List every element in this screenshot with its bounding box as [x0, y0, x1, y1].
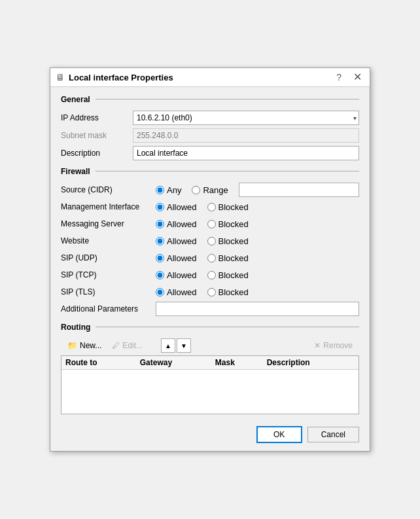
title-bar: 🖥 Local interface Properties ? ✕ — [50, 68, 370, 87]
fw-messaging-allowed-radio[interactable] — [156, 220, 164, 228]
fw-row-sipudp: SIP (UDP) Allowed Blocked — [61, 251, 359, 265]
fw-siptls-allowed-label: Allowed — [167, 287, 197, 297]
firewall-section-label: Firewall — [61, 167, 90, 176]
general-divider — [96, 99, 359, 99]
fw-siptcp-radio-group: Allowed Blocked — [156, 270, 259, 280]
help-button[interactable]: ? — [334, 73, 344, 82]
general-section: General IP Address 10.6.2.10 (eth0) ▾ Su… — [61, 95, 359, 160]
fw-messaging-allowed[interactable]: Allowed — [156, 219, 197, 229]
fw-source-range-radio[interactable] — [192, 186, 200, 194]
fw-source-range-input[interactable] — [239, 183, 359, 197]
fw-siptcp-blocked-label: Blocked — [219, 270, 249, 280]
fw-website-blocked-radio[interactable] — [207, 237, 216, 245]
fw-row-messaging: Messaging Server Allowed Blocked — [61, 217, 359, 231]
fw-siptls-label: SIP (TLS) — [61, 287, 156, 296]
title-bar-right: ? ✕ — [334, 72, 364, 82]
fw-messaging-blocked[interactable]: Blocked — [207, 219, 249, 229]
up-button[interactable]: ▲ — [161, 338, 175, 353]
subnet-mask-input — [133, 128, 359, 143]
fw-siptls-allowed[interactable]: Allowed — [156, 287, 197, 297]
fw-source-any-label: Any — [167, 185, 181, 195]
routing-section: Routing 📁 New... 🖊 Edit... ▲ — [61, 323, 359, 414]
fw-messaging-blocked-label: Blocked — [219, 219, 249, 229]
routing-table-header-row: Route to Gateway Mask Description — [61, 356, 359, 370]
fw-messaging-radio-group: Allowed Blocked — [156, 219, 259, 229]
fw-siptls-radio-group: Allowed Blocked — [156, 287, 259, 297]
down-button[interactable]: ▼ — [177, 338, 191, 353]
fw-website-allowed[interactable]: Allowed — [156, 236, 197, 246]
edit-icon: 🖊 — [112, 341, 120, 350]
fw-row-siptls: SIP (TLS) Allowed Blocked — [61, 285, 359, 299]
fw-sipudp-allowed-label: Allowed — [167, 253, 197, 263]
edit-button-label: Edit... — [122, 341, 143, 350]
fw-siptcp-allowed[interactable]: Allowed — [156, 270, 197, 280]
fw-siptcp-allowed-radio[interactable] — [156, 271, 164, 279]
fw-siptls-blocked-radio[interactable] — [207, 288, 216, 296]
fw-source-any-radio[interactable] — [156, 186, 164, 194]
new-button[interactable]: 📁 New... — [62, 339, 107, 352]
fw-siptcp-label: SIP (TCP) — [61, 270, 156, 279]
fw-website-label: Website — [61, 236, 156, 245]
fw-website-blocked[interactable]: Blocked — [207, 236, 249, 246]
ip-address-label: IP Address — [61, 113, 133, 122]
fw-website-radio-group: Allowed Blocked — [156, 236, 259, 246]
dialog-title: Local interface Properties — [69, 73, 173, 82]
description-label: Description — [61, 149, 133, 158]
fw-mgmt-blocked[interactable]: Blocked — [207, 202, 249, 212]
close-button[interactable]: ✕ — [351, 72, 364, 82]
fw-messaging-blocked-radio[interactable] — [207, 220, 216, 228]
edit-button[interactable]: 🖊 Edit... — [107, 339, 148, 352]
ip-select-wrapper: 10.6.2.10 (eth0) ▾ — [133, 111, 359, 125]
fw-mgmt-allowed[interactable]: Allowed — [156, 202, 197, 212]
fw-sipudp-label: SIP (UDP) — [61, 253, 156, 262]
general-section-label: General — [61, 95, 90, 104]
fw-mgmt-allowed-radio[interactable] — [156, 203, 164, 211]
col-description: Description — [263, 356, 359, 370]
col-gateway: Gateway — [136, 356, 211, 370]
routing-section-label: Routing — [61, 323, 90, 332]
subnet-mask-row: Subnet mask — [61, 128, 359, 143]
routing-divider — [96, 327, 359, 327]
fw-sipudp-allowed[interactable]: Allowed — [156, 253, 197, 263]
col-route-to: Route to — [61, 356, 136, 370]
fw-website-allowed-radio[interactable] — [156, 237, 164, 245]
description-row: Description — [61, 146, 359, 160]
fw-sipudp-blocked[interactable]: Blocked — [207, 253, 249, 263]
fw-row-additional-params: Additional Parameters — [61, 302, 359, 316]
fw-sipudp-blocked-radio[interactable] — [207, 254, 216, 262]
fw-website-blocked-label: Blocked — [219, 236, 249, 246]
fw-sipudp-blocked-label: Blocked — [219, 253, 249, 263]
routing-table: Route to Gateway Mask Description — [61, 356, 359, 370]
remove-x-icon: ✕ — [314, 341, 321, 350]
fw-messaging-allowed-label: Allowed — [167, 219, 197, 229]
dialog-footer: OK Cancel — [50, 421, 370, 451]
fw-siptcp-blocked[interactable]: Blocked — [207, 270, 249, 280]
fw-siptcp-allowed-label: Allowed — [167, 270, 197, 280]
ip-address-row: IP Address 10.6.2.10 (eth0) ▾ — [61, 111, 359, 125]
routing-table-head: Route to Gateway Mask Description — [61, 356, 359, 370]
remove-button-label: Remove — [323, 341, 353, 350]
fw-siptls-allowed-radio[interactable] — [156, 288, 164, 296]
fw-siptcp-blocked-radio[interactable] — [207, 271, 216, 279]
ok-button[interactable]: OK — [256, 426, 302, 443]
fw-row-website: Website Allowed Blocked — [61, 234, 359, 248]
fw-siptls-blocked[interactable]: Blocked — [207, 287, 249, 297]
fw-mgmt-allowed-label: Allowed — [167, 202, 197, 212]
ip-address-select[interactable]: 10.6.2.10 (eth0) — [133, 111, 359, 125]
description-input[interactable] — [133, 146, 359, 160]
title-bar-left: 🖥 Local interface Properties — [56, 72, 173, 82]
fw-website-allowed-label: Allowed — [167, 236, 197, 246]
cancel-button[interactable]: Cancel — [307, 427, 359, 442]
fw-source-range[interactable]: Range — [192, 185, 228, 195]
col-mask: Mask — [211, 356, 263, 370]
routing-toolbar: 📁 New... 🖊 Edit... ▲ ▼ — [61, 338, 359, 353]
fw-additional-params-label: Additional Parameters — [61, 304, 156, 313]
firewall-section: Firewall Source (CIDR) Any Range — [61, 167, 359, 316]
fw-sipudp-allowed-radio[interactable] — [156, 254, 164, 262]
fw-additional-params-input[interactable] — [156, 302, 359, 316]
fw-mgmt-blocked-label: Blocked — [219, 202, 249, 212]
fw-mgmt-blocked-radio[interactable] — [207, 203, 216, 211]
fw-source-any[interactable]: Any — [156, 185, 181, 195]
fw-mgmt-label: Management Interface — [61, 202, 156, 211]
dialog-window: 🖥 Local interface Properties ? ✕ General… — [50, 67, 370, 452]
